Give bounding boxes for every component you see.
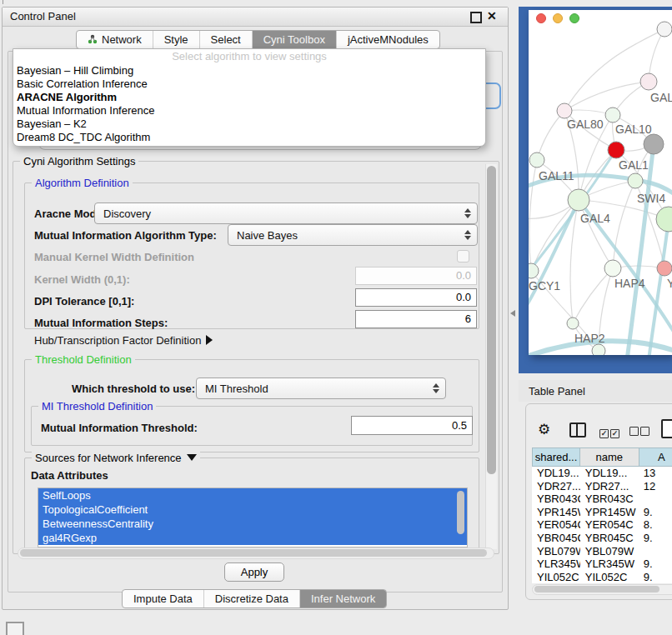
column-header-a[interactable]: A: [639, 448, 672, 467]
table-hscrollbar-track[interactable]: [532, 584, 672, 595]
tab-infer-network[interactable]: Infer Network: [299, 590, 386, 608]
table-row[interactable]: YIL052CYIL052C9.: [532, 571, 672, 584]
table-cell[interactable]: YPR145W: [580, 506, 639, 519]
tab-style[interactable]: Style: [153, 31, 199, 48]
deselect-all-icon[interactable]: [629, 424, 651, 439]
algorithm-option-dream8-dc-tdc-algorithm[interactable]: Dream8 DC_TDC Algorithm: [13, 131, 485, 144]
network-node-hap4[interactable]: [604, 260, 621, 277]
network-canvas[interactable]: GAL7GAL80GAL10GAL1GAL11SWI4GAL4GCY1HAP4Y…: [529, 10, 672, 355]
which-threshold-combobox[interactable]: MI Threshold: [196, 378, 446, 399]
stepper-arrows-icon[interactable]: [464, 208, 471, 218]
network-node-big-green[interactable]: [656, 207, 672, 232]
float-panel-icon[interactable]: [470, 12, 482, 23]
tab-discretize-data[interactable]: Discretize Data: [203, 590, 299, 608]
stepper-arrows-icon[interactable]: [464, 230, 471, 240]
tab-jactivemnodules[interactable]: jActiveMNodules: [336, 31, 439, 48]
table-cell[interactable]: YBR045C: [580, 532, 639, 545]
table-cell[interactable]: YDL19...: [532, 467, 580, 480]
attribute-item-gal4rgexp[interactable]: gal4RGexp: [38, 531, 467, 545]
table-cell[interactable]: 9.: [639, 571, 672, 584]
select-all-icon[interactable]: ✓✓: [599, 424, 621, 439]
network-node-swi4[interactable]: [628, 173, 643, 188]
table-cell[interactable]: 9.: [639, 532, 672, 545]
sources-label-wrap[interactable]: Sources for Network Inference: [32, 452, 200, 464]
manual-kernel-width-checkbox[interactable]: [457, 250, 469, 262]
algorithm-option-bayesian-hill-climbing[interactable]: Bayesian – Hill Climbing: [13, 64, 485, 78]
settings-hscrollbar-track[interactable]: [18, 548, 494, 559]
column-header-name[interactable]: name: [580, 448, 639, 467]
docked-panel-icon[interactable]: [6, 622, 24, 635]
table-row[interactable]: YBR045CYBR045C9.: [532, 532, 672, 545]
table-cell[interactable]: YBR043C: [532, 492, 580, 506]
network-node-bottom-green[interactable]: [592, 344, 605, 355]
table-row[interactable]: YPR145WYPR145W9.: [532, 506, 672, 519]
tab-network[interactable]: Network: [77, 31, 153, 48]
column-header-shared[interactable]: shared...: [532, 448, 580, 467]
network-edge[interactable]: [573, 268, 613, 323]
table-cell[interactable]: YLR345W: [580, 558, 639, 571]
network-edge[interactable]: [537, 111, 564, 160]
attributes-scrollbar-thumb[interactable]: [457, 491, 464, 534]
aracne-mode-combobox[interactable]: Discovery: [94, 202, 478, 224]
attribute-item-betweennesscentrality[interactable]: BetweennessCentrality: [38, 517, 467, 531]
network-node-gal1[interactable]: [608, 142, 624, 158]
stepper-arrows-icon[interactable]: [433, 383, 439, 393]
algorithm-option-basic-correlation-inference[interactable]: Basic Correlation Inference: [13, 78, 485, 91]
mi-algorithm-type-combobox[interactable]: Naive Bayes: [228, 224, 478, 246]
table-row[interactable]: YBL079WYBL079W: [532, 545, 672, 558]
table-cell[interactable]: YBR043C: [580, 492, 639, 506]
export-table-icon[interactable]: [661, 419, 672, 438]
table-cell[interactable]: [639, 545, 672, 558]
divider-collapse-arrow[interactable]: [510, 310, 515, 317]
network-edge[interactable]: [529, 160, 537, 271]
table-row[interactable]: YLR345WYLR345W9.: [532, 558, 672, 571]
table-cell[interactable]: 9.: [639, 506, 672, 519]
network-node-salmon[interactable]: [657, 261, 672, 276]
table-cell[interactable]: [639, 492, 672, 506]
settings-hscrollbar-thumb[interactable]: [20, 549, 487, 557]
mi-steps-field[interactable]: 6: [355, 310, 477, 328]
table-cell[interactable]: YER054C: [532, 518, 580, 532]
algorithm-option-mutual-information-inference[interactable]: Mutual Information Inference: [13, 104, 485, 118]
table-cell[interactable]: YLR345W: [532, 558, 580, 571]
network-node-gray-node[interactable]: [644, 134, 664, 154]
kernel-width-field[interactable]: 0.0: [355, 267, 477, 285]
table-cell[interactable]: 9.: [639, 558, 672, 571]
network-node-top-right[interactable]: [657, 22, 672, 37]
close-panel-icon[interactable]: ✕: [487, 9, 497, 22]
table-cell[interactable]: 8.: [639, 518, 672, 532]
table-cell[interactable]: YIL052C: [532, 571, 580, 584]
network-node-gal11[interactable]: [529, 152, 544, 168]
gear-icon[interactable]: ⚙: [538, 421, 550, 438]
table-cell[interactable]: YBL079W: [580, 545, 639, 558]
table-cell[interactable]: YDR27...: [580, 480, 639, 493]
network-edge[interactable]: [613, 181, 635, 268]
table-row[interactable]: YDL19...YDL19...13: [532, 467, 672, 480]
network-node-gcy1[interactable]: [529, 263, 539, 278]
hub-definition-toggle[interactable]: Hub/Transcription Factor Definition: [34, 334, 213, 347]
settings-scrollbar-thumb[interactable]: [487, 166, 496, 474]
apply-button[interactable]: Apply: [224, 562, 284, 582]
columns-icon[interactable]: [569, 422, 586, 438]
table-cell[interactable]: YIL052C: [580, 571, 639, 584]
table-cell[interactable]: 13: [639, 467, 672, 480]
table-cell[interactable]: YDR27...: [532, 480, 580, 493]
network-node-gal7[interactable]: [640, 73, 657, 90]
network-node-gal4[interactable]: [568, 189, 589, 211]
tab-select[interactable]: Select: [199, 31, 252, 48]
network-node-gal80[interactable]: [557, 103, 572, 118]
table-hscrollbar-thumb[interactable]: [534, 586, 659, 592]
network-edge[interactable]: [579, 200, 613, 268]
attribute-item-selfloops[interactable]: SelfLoops: [38, 488, 467, 502]
network-node-gal10[interactable]: [605, 108, 620, 122]
dpi-tolerance-field[interactable]: 0.0: [355, 288, 477, 307]
mi-threshold-field[interactable]: 0.5: [351, 416, 473, 435]
settings-scrollbar-track[interactable]: [485, 164, 497, 549]
table-row[interactable]: YDR27...YDR27...12: [532, 480, 672, 493]
table-row[interactable]: YER054CYER054C8.: [532, 518, 672, 532]
table-cell[interactable]: 12: [639, 480, 672, 493]
network-edge[interactable]: [649, 219, 669, 355]
algorithm-option-aracne-algorithm[interactable]: ARACNE Algorithm: [13, 91, 485, 104]
table-cell[interactable]: YER054C: [580, 518, 639, 532]
table-cell[interactable]: YDL19...: [580, 467, 639, 480]
